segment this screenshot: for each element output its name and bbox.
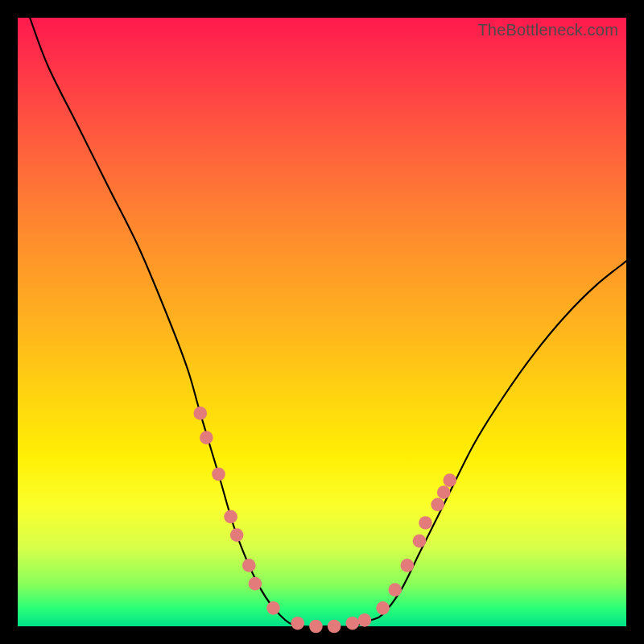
marker-point (376, 601, 390, 615)
marker-point (443, 473, 456, 487)
marker-point (200, 431, 213, 444)
marker-point (212, 468, 225, 481)
marker-point (291, 617, 304, 630)
marker-point (431, 497, 444, 511)
chart-frame: TheBottleneck.com (0, 0, 644, 644)
marker-point (388, 583, 402, 597)
bottleneck-curve (30, 18, 626, 627)
marker-point (358, 613, 372, 627)
marker-point (249, 577, 262, 591)
marker-point (345, 617, 359, 630)
marker-point (401, 559, 415, 572)
marker-point (328, 620, 341, 634)
marker-point (266, 601, 280, 615)
highlight-markers (193, 407, 456, 633)
marker-point (309, 620, 323, 634)
chart-plot-area: TheBottleneck.com (18, 18, 626, 626)
marker-point (193, 407, 207, 420)
marker-point (419, 516, 432, 530)
marker-point (224, 510, 237, 524)
marker-point (437, 485, 451, 499)
marker-point (230, 528, 244, 542)
marker-point (413, 535, 427, 548)
chart-svg (18, 18, 626, 626)
marker-point (242, 559, 256, 572)
